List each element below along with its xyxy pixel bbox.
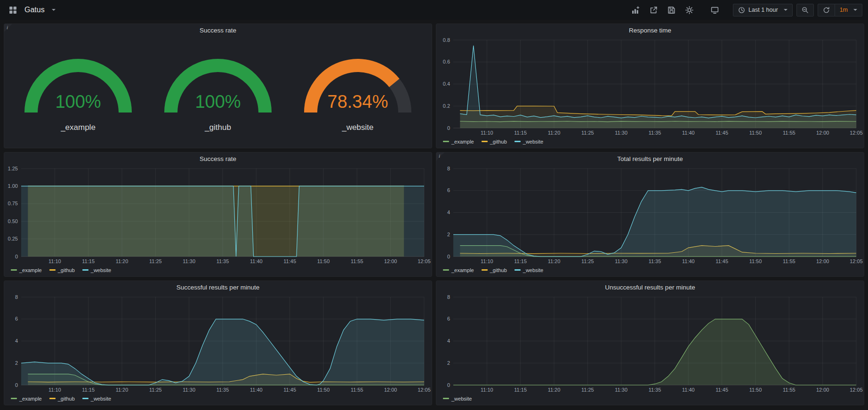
unsuccessful-results-chart[interactable]: 11:1011:1511:2011:2511:3011:3511:4011:45… [436, 293, 864, 394]
legend-item[interactable]: _website [82, 267, 111, 273]
svg-text:11:45: 11:45 [283, 258, 296, 264]
refresh-button[interactable] [818, 4, 835, 16]
gauge-label: _example [61, 123, 96, 132]
svg-text:12:00: 12:00 [816, 258, 829, 264]
svg-text:0.6: 0.6 [443, 59, 450, 64]
svg-text:11:35: 11:35 [649, 387, 661, 393]
svg-text:0.50: 0.50 [8, 218, 18, 224]
legend-label: _website [91, 267, 111, 273]
gauge-arc: 78.34% [292, 48, 424, 122]
svg-text:11:20: 11:20 [116, 387, 129, 393]
svg-text:11:55: 11:55 [351, 258, 363, 264]
settings-gear-icon[interactable] [682, 4, 696, 16]
gauge-label: _website [342, 123, 373, 132]
chart-legend: _example_github_website [436, 266, 864, 276]
legend-item[interactable]: _website [82, 396, 111, 402]
legend-label: _example [19, 396, 42, 402]
panel-successful-results: Successful results per minute 11:1011:15… [4, 281, 432, 405]
legend-item[interactable]: _github [482, 139, 507, 145]
svg-text:8: 8 [447, 294, 450, 300]
panel-title[interactable]: Total results per minute [436, 153, 864, 165]
legend-item[interactable]: _website [443, 396, 472, 402]
svg-text:11:45: 11:45 [283, 387, 296, 393]
svg-text:11:45: 11:45 [715, 258, 728, 264]
legend-swatch [49, 398, 56, 399]
panel-title[interactable]: Success rate [4, 153, 432, 165]
success-rate-chart[interactable]: 11:1011:1511:2011:2511:3011:3511:4011:45… [4, 165, 432, 266]
panel-title[interactable]: Successful results per minute [4, 281, 432, 293]
svg-text:12:00: 12:00 [384, 387, 397, 393]
panel-response-time: Response time 11:1011:1511:2011:2511:301… [436, 24, 864, 148]
svg-text:11:35: 11:35 [649, 130, 661, 136]
dashboards-icon[interactable] [6, 4, 20, 16]
chart-svg: 11:1011:1511:2011:2511:3011:3511:4011:45… [4, 293, 432, 394]
svg-text:11:35: 11:35 [649, 258, 661, 264]
total-results-chart[interactable]: 11:1011:1511:2011:2511:3011:3511:4011:45… [436, 165, 864, 266]
chart-legend: _website [436, 394, 864, 405]
dashboard-title[interactable]: Gatus [24, 6, 45, 14]
panel-info-icon[interactable]: i [436, 153, 444, 161]
refresh-interval-label: 1m [840, 7, 848, 13]
svg-text:11:15: 11:15 [514, 258, 527, 264]
svg-text:11:50: 11:50 [749, 258, 762, 264]
refresh-interval-dropdown[interactable]: 1m [835, 4, 862, 16]
legend-item[interactable]: _github [49, 267, 75, 273]
svg-text:11:10: 11:10 [481, 387, 493, 393]
svg-text:11:10: 11:10 [48, 387, 61, 393]
svg-text:0.8: 0.8 [443, 37, 450, 43]
gauge-arc: 100% [12, 48, 144, 122]
legend-label: _website [451, 396, 472, 402]
legend-label: _example [451, 267, 474, 273]
svg-text:0: 0 [15, 254, 18, 259]
save-dashboard-button[interactable] [664, 4, 678, 16]
legend-label: _github [58, 396, 75, 402]
svg-text:11:45: 11:45 [715, 130, 728, 136]
legend-label: _github [58, 267, 75, 273]
legend-item[interactable]: _github [49, 396, 75, 402]
zoom-out-icon [802, 7, 809, 14]
navbar: Gatus Last 1 hour [0, 0, 868, 20]
svg-text:11:30: 11:30 [183, 258, 195, 264]
gauge-label: _github [205, 123, 231, 132]
panel-info-icon[interactable]: i [4, 24, 12, 32]
svg-text:0: 0 [447, 125, 450, 131]
refresh-picker: 1m [818, 4, 862, 16]
zoom-out-button[interactable] [796, 4, 814, 16]
chart-legend: _example_github_website [4, 266, 432, 276]
response-time-chart[interactable]: 11:1011:1511:2011:2511:3011:3511:4011:45… [436, 36, 864, 137]
svg-text:6: 6 [447, 316, 450, 322]
time-range-picker[interactable]: Last 1 hour [733, 4, 793, 16]
legend-item[interactable]: _website [514, 267, 543, 273]
svg-text:11:40: 11:40 [250, 387, 263, 393]
legend-item[interactable]: _example [443, 139, 474, 145]
svg-text:12:00: 12:00 [816, 387, 829, 393]
svg-text:8: 8 [447, 166, 450, 171]
legend-item[interactable]: _example [443, 267, 474, 273]
svg-text:11:15: 11:15 [82, 387, 95, 393]
panel-total-results: i Total results per minute 11:1011:1511:… [436, 152, 864, 277]
chart-legend: _example_github_website [436, 137, 864, 148]
legend-item[interactable]: _example [11, 267, 42, 273]
svg-text:12:00: 12:00 [816, 130, 829, 136]
legend-label: _website [523, 139, 543, 145]
svg-text:11:50: 11:50 [749, 130, 762, 136]
add-panel-button[interactable] [628, 4, 643, 16]
svg-text:2: 2 [447, 360, 450, 366]
svg-text:8: 8 [15, 294, 18, 300]
legend-label: _github [490, 267, 507, 273]
share-dashboard-button[interactable] [646, 4, 660, 16]
panel-title[interactable]: Success rate [4, 24, 432, 36]
svg-text:6: 6 [447, 187, 450, 193]
panel-title[interactable]: Response time [436, 24, 864, 36]
legend-item[interactable]: _example [11, 396, 42, 402]
svg-text:11:50: 11:50 [749, 387, 762, 393]
panel-title[interactable]: Unsuccessful results per minute [436, 281, 864, 293]
svg-text:1.25: 1.25 [8, 166, 18, 171]
legend-label: _example [19, 267, 42, 273]
legend-swatch [482, 141, 488, 142]
successful-results-chart[interactable]: 11:1011:1511:2011:2511:3011:3511:4011:45… [4, 293, 432, 394]
tv-mode-icon[interactable] [707, 4, 722, 16]
gauge-svg: 100% [12, 48, 144, 120]
legend-item[interactable]: _github [482, 267, 507, 273]
legend-item[interactable]: _website [514, 139, 543, 145]
